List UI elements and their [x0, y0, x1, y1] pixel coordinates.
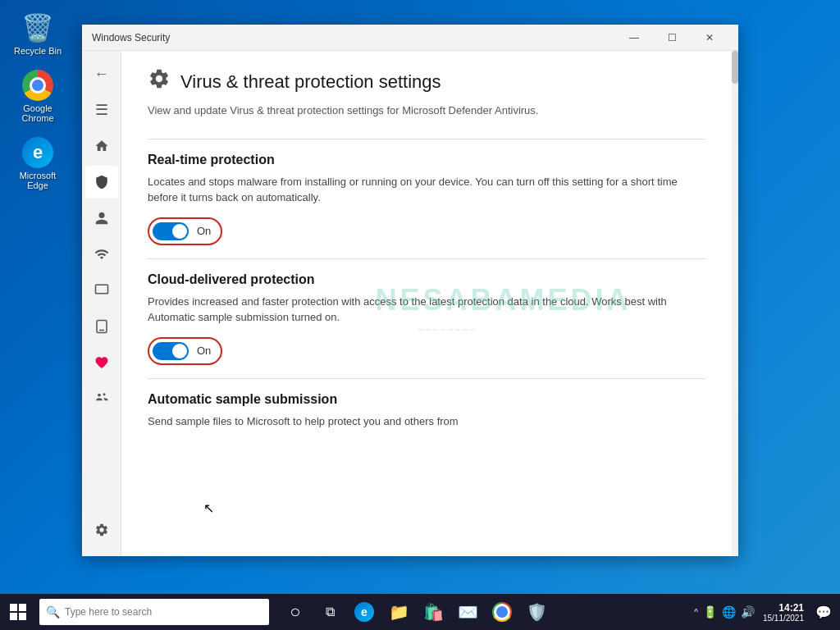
sidebar-app-button[interactable] — [85, 274, 118, 307]
clock-time: 14:21 — [763, 602, 804, 614]
cloud-protection-title: Cloud-delivered protection — [148, 272, 705, 287]
taskbar-security-button[interactable]: 🛡️ — [520, 596, 553, 628]
desktop-icon-recycle-bin[interactable]: 🗑️ Recycle Bin — [8, 8, 67, 59]
divider-3 — [148, 378, 705, 379]
window-controls: — ☐ ✕ — [615, 25, 728, 51]
taskbar-explorer-button[interactable]: 📁 — [382, 596, 415, 628]
page-title: Virus & threat protection settings — [180, 71, 441, 93]
taskbar-tray: ^ 🔋 🌐 🔊 14:21 15/11/2021 💬 — [694, 602, 840, 623]
real-time-protection-desc: Locates and stops malware from installin… — [148, 174, 705, 206]
svg-point-3 — [98, 394, 101, 397]
taskbar-taskview-button[interactable]: ⧉ — [313, 596, 346, 628]
recycle-bin-label: Recycle Bin — [14, 46, 62, 56]
divider-2 — [148, 258, 705, 259]
scrollbar-track[interactable] — [732, 51, 738, 556]
window-titlebar: Windows Security — ☐ ✕ — [82, 25, 738, 51]
notification-icon[interactable]: 💬 — [812, 605, 835, 620]
taskbar-app-icons: ○ ⧉ e 📁 🛍️ ✉️ 🛡️ — [279, 596, 553, 628]
cloud-protection-toggle[interactable]: On — [148, 337, 222, 365]
sidebar-shield-button[interactable] — [85, 166, 118, 199]
minimize-button[interactable]: — — [615, 25, 653, 51]
tray-icons: ^ 🔋 🌐 🔊 — [694, 605, 755, 619]
cloud-protection-desc: Provides increased and faster protection… — [148, 294, 705, 326]
window-sidebar: ← ☰ — [82, 51, 121, 556]
taskbar-search-input[interactable] — [65, 606, 262, 618]
cloud-toggle-switch[interactable] — [153, 342, 189, 360]
taskbar-chrome-button[interactable] — [486, 596, 518, 628]
real-time-protection-toggle[interactable]: On — [148, 217, 222, 245]
tray-battery-icon: 🔋 — [703, 605, 717, 619]
maximize-button[interactable]: ☐ — [653, 25, 691, 51]
window-body: ← ☰ — [82, 51, 738, 556]
sidebar-menu-button[interactable]: ☰ — [85, 94, 118, 126]
desktop-icon-chrome[interactable]: Google Chrome — [8, 66, 67, 126]
window-title: Windows Security — [92, 32, 615, 43]
sidebar-network-button[interactable] — [85, 238, 118, 271]
sidebar-home-button[interactable] — [85, 130, 118, 162]
desktop: 🗑️ Recycle Bin Google Chrome e Microsoft… — [0, 0, 840, 630]
chrome-icon — [21, 69, 54, 102]
page-header: Virus & threat protection settings — [148, 67, 705, 96]
start-button[interactable] — [0, 594, 36, 630]
taskbar-mail-button[interactable]: ✉️ — [451, 596, 484, 628]
sidebar-back-button[interactable]: ← — [85, 57, 118, 90]
tray-volume-icon: 🔊 — [741, 605, 755, 619]
clock-date: 15/11/2021 — [763, 614, 804, 623]
sidebar-family-button[interactable] — [85, 382, 118, 415]
mouse-cursor — [203, 500, 217, 517]
section-auto-sample: Automatic sample submission Send sample … — [148, 392, 705, 430]
auto-sample-title: Automatic sample submission — [148, 392, 705, 407]
sidebar-settings-button[interactable] — [85, 514, 118, 546]
recycle-bin-icon: 🗑️ — [21, 11, 54, 44]
real-time-toggle-knob — [172, 224, 187, 239]
section-real-time-protection: Real-time protection Locates and stops m… — [148, 153, 705, 245]
sidebar-account-button[interactable] — [85, 202, 118, 235]
cloud-toggle-label: On — [197, 345, 211, 357]
real-time-protection-title: Real-time protection — [148, 153, 705, 167]
system-clock[interactable]: 14:21 15/11/2021 — [758, 602, 809, 623]
tray-network-icon: 🌐 — [722, 605, 736, 619]
taskbar-store-button[interactable]: 🛍️ — [417, 596, 450, 628]
real-time-toggle-switch[interactable] — [153, 222, 189, 240]
section-cloud-delivered-protection: Cloud-delivered protection Provides incr… — [148, 272, 705, 365]
scrollbar-thumb[interactable] — [732, 51, 738, 84]
auto-sample-desc: Send sample files to Microsoft to help p… — [148, 413, 705, 430]
taskbar-cortana-button[interactable]: ○ — [279, 596, 312, 628]
taskbar-edge-button[interactable]: e — [348, 596, 381, 628]
taskbar-search-icon: 🔍 — [46, 605, 60, 619]
tray-chevron[interactable]: ^ — [694, 608, 698, 617]
divider-1 — [148, 139, 705, 139]
svg-point-4 — [103, 393, 105, 395]
windows-security-window: Windows Security — ☐ ✕ ← ☰ — [82, 25, 738, 556]
sidebar-health-button[interactable] — [85, 346, 118, 379]
svg-rect-0 — [95, 285, 107, 294]
real-time-toggle-label: On — [197, 225, 211, 237]
desktop-icons: 🗑️ Recycle Bin Google Chrome e Microsoft… — [8, 8, 67, 194]
chrome-label: Google Chrome — [11, 103, 64, 123]
desktop-icon-edge[interactable]: e Microsoft Edge — [8, 133, 67, 194]
close-button[interactable]: ✕ — [691, 25, 728, 51]
taskbar-search-bar[interactable]: 🔍 — [39, 599, 269, 625]
main-content: Virus & threat protection settings View … — [121, 51, 732, 556]
edge-icon: e — [21, 136, 54, 169]
page-header-icon — [148, 67, 171, 96]
cloud-toggle-knob — [172, 344, 187, 358]
edge-label: Microsoft Edge — [11, 171, 64, 190]
sidebar-device-button[interactable] — [85, 310, 118, 343]
taskbar: 🔍 ○ ⧉ e 📁 🛍️ ✉️ 🛡️ — [0, 594, 840, 630]
page-subtitle: View and update Virus & threat protectio… — [148, 103, 705, 119]
